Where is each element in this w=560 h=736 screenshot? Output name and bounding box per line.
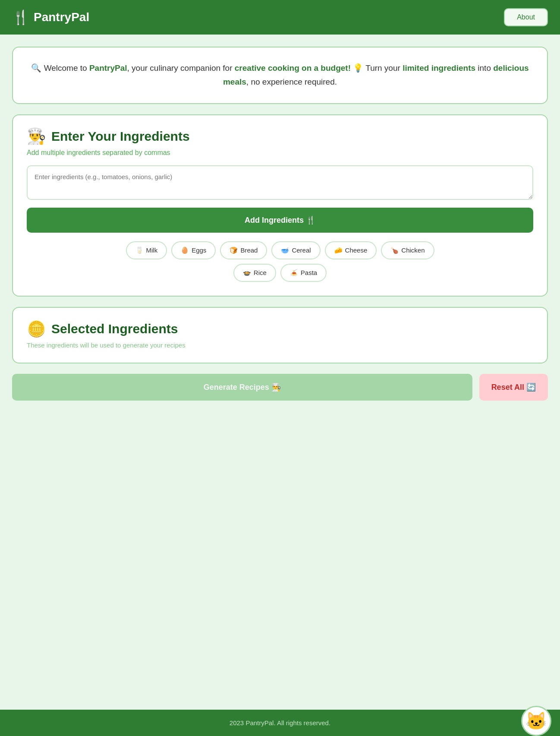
bread-emoji: 🍞: [230, 246, 238, 254]
coin-emoji: 🪙: [27, 320, 46, 338]
rice-emoji: 🍲: [243, 269, 251, 277]
app-title: PantryPal: [34, 10, 89, 24]
chip-cheese[interactable]: 🧀 Cheese: [325, 241, 377, 259]
footer-text: 2023 PantryPal. All rights reserved.: [230, 719, 330, 727]
chip-cereal[interactable]: 🥣 Cereal: [271, 241, 320, 259]
cheese-emoji: 🧀: [334, 246, 343, 254]
main-content: 🔍 Welcome to PantryPal, your culinary co…: [0, 35, 560, 710]
welcome-text: 🔍 Welcome to PantryPal, your culinary co…: [28, 61, 532, 89]
ingredients-header: 👨‍🍳 Enter Your Ingredients: [27, 127, 533, 145]
chicken-emoji: 🍗: [390, 246, 399, 254]
header-logo: 🍴 PantryPal: [12, 9, 89, 25]
welcome-card: 🔍 Welcome to PantryPal, your culinary co…: [12, 47, 548, 104]
bottom-buttons: Generate Recipes 👨‍🍳 Reset All 🔄: [12, 374, 548, 407]
chef-emoji: 👨‍🍳: [27, 127, 46, 145]
chip-pasta[interactable]: 🍝 Pasta: [280, 264, 327, 282]
footer-cat-icon: 🐱: [521, 706, 551, 736]
cereal-emoji: 🥣: [281, 246, 289, 254]
chip-eggs[interactable]: 🥚 Eggs: [171, 241, 216, 259]
chip-bread[interactable]: 🍞 Bread: [220, 241, 267, 259]
ingredients-subtitle: Add multiple ingredients separated by co…: [27, 149, 533, 157]
ingredients-card: 👨‍🍳 Enter Your Ingredients Add multiple …: [12, 114, 548, 297]
chip-chicken[interactable]: 🍗 Chicken: [381, 241, 434, 259]
egg-emoji: 🥚: [181, 246, 189, 254]
fork-knife-icon: 🍴: [12, 9, 29, 25]
chip-milk[interactable]: 🥛 Milk: [126, 241, 167, 259]
ingredients-input[interactable]: [27, 165, 533, 200]
selected-title: Selected Ingredients: [51, 322, 178, 336]
app-footer: 2023 PantryPal. All rights reserved. 🐱: [0, 710, 560, 736]
selected-subtitle: These ingredients will be used to genera…: [27, 341, 533, 349]
reset-all-button[interactable]: Reset All 🔄: [479, 374, 548, 401]
pasta-emoji: 🍝: [290, 269, 298, 277]
about-button[interactable]: About: [504, 8, 548, 26]
chip-rice[interactable]: 🍲 Rice: [233, 264, 276, 282]
app-header: 🍴 PantryPal About: [0, 0, 560, 35]
ingredient-chips-row2: 🍲 Rice 🍝 Pasta: [27, 264, 533, 282]
milk-emoji: 🥛: [135, 246, 144, 254]
add-ingredients-button[interactable]: Add Ingredients 🍴: [27, 208, 533, 233]
selected-ingredients-card: 🪙 Selected Ingredients These ingredients…: [12, 307, 548, 363]
cat-emoji: 🐱: [525, 711, 547, 731]
ingredients-title: Enter Your Ingredients: [51, 129, 190, 144]
generate-recipes-button[interactable]: Generate Recipes 👨‍🍳: [12, 374, 472, 401]
selected-header: 🪙 Selected Ingredients: [27, 320, 533, 338]
ingredient-chips-container: 🥛 Milk 🥚 Eggs 🍞 Bread 🥣 Cereal 🧀 Cheese …: [27, 241, 533, 259]
